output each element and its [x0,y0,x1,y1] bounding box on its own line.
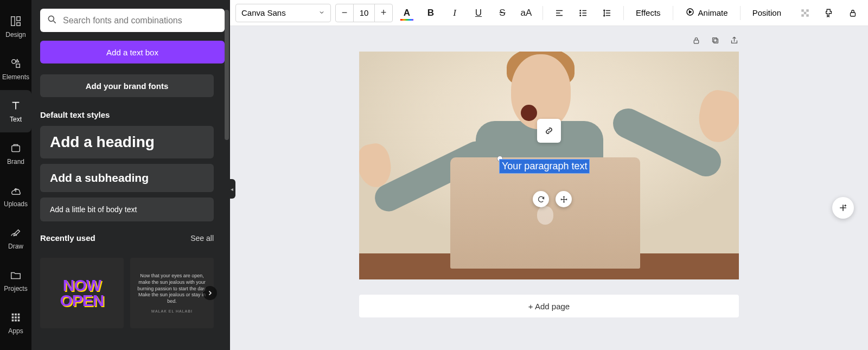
rail-label: Apps [8,327,23,335]
list-button[interactable] [573,4,593,22]
add-body-text-button[interactable]: Add a little bit of body text [40,198,214,221]
rail-uploads[interactable]: Uploads [0,175,31,217]
uploads-icon [9,184,22,197]
spacing-button[interactable] [597,4,617,22]
rail-projects[interactable]: Projects [0,259,31,302]
font-size-group: − 10 + [335,4,393,22]
divider [623,6,624,20]
svg-rect-10 [15,316,17,319]
svg-rect-6 [12,314,14,316]
divider [740,6,741,20]
font-size-decrease[interactable]: − [336,4,353,22]
rail-apps[interactable]: Apps [0,302,31,344]
rail-design[interactable]: Design [0,5,31,48]
copy-style-button[interactable] [819,4,839,22]
add-heading-button[interactable]: Add a heading [40,126,214,158]
rail-label: Draw [8,243,23,250]
share-page-icon[interactable] [730,36,739,47]
position-button[interactable]: Position [747,4,787,22]
rail-label: Projects [4,285,27,292]
svg-rect-1 [17,17,20,21]
add-text-box-button[interactable]: Add a text box [40,41,225,63]
font-search[interactable] [40,9,225,32]
svg-point-17 [580,12,581,14]
strikethrough-button[interactable]: S [493,4,512,22]
add-brand-fonts-button[interactable]: Add your brand fonts [40,74,214,97]
rail-label: Design [5,31,25,39]
svg-rect-27 [714,39,718,43]
rail-label: Text [10,116,22,123]
svg-rect-7 [15,314,17,316]
elements-icon [9,57,22,70]
left-rail: Design Elements Text Brand Uploads Draw … [0,0,31,350]
add-subheading-button[interactable]: Add a subheading [40,164,214,192]
svg-rect-4 [16,64,20,67]
panel-scrollbar[interactable] [225,10,229,140]
effects-button[interactable]: Effects [630,4,666,22]
font-size-value[interactable]: 10 [353,4,375,22]
projects-icon [9,269,22,282]
rail-elements[interactable]: Elements [0,48,31,90]
svg-rect-26 [694,40,699,43]
add-page-button[interactable]: + Add page [359,295,739,317]
font-size-increase[interactable]: + [375,4,392,22]
sync-button[interactable] [533,191,549,207]
magic-fab[interactable] [832,197,854,219]
rail-label: Elements [2,73,29,81]
svg-rect-11 [18,316,20,319]
link-button[interactable] [537,119,561,143]
recent-thumb-now-open[interactable]: NOWOPEN [40,258,124,328]
transparency-button[interactable] [795,4,815,22]
text-color-button[interactable]: A [397,4,417,22]
svg-rect-2 [17,23,20,26]
animate-button[interactable]: Animate [680,4,733,22]
rail-text[interactable]: Text [0,90,31,132]
floating-actions [533,191,572,207]
side-panel: Add a text box Add your brand fonts Defa… [31,0,230,350]
recent-thumb-quote[interactable]: Now that your eyes are open, make the su… [130,258,214,328]
underline-button[interactable]: U [469,4,488,22]
svg-rect-28 [713,38,717,42]
brand-icon [9,142,22,155]
svg-rect-21 [806,9,809,12]
rail-label: Uploads [4,200,28,208]
rail-brand[interactable]: Brand [0,132,31,175]
svg-rect-23 [801,14,804,17]
apps-icon [9,311,22,324]
bold-button[interactable]: B [421,4,441,22]
search-icon [47,14,58,27]
svg-rect-20 [801,9,804,12]
italic-button[interactable]: I [445,4,464,22]
recent-next-button[interactable] [203,286,217,300]
rail-draw[interactable]: Draw [0,217,31,259]
alignment-button[interactable] [550,4,569,22]
svg-rect-14 [18,320,20,322]
search-input[interactable] [63,16,218,26]
rail-label: Brand [7,158,24,166]
text-toolbar: Canva Sans − 10 + A B I U S aA Effects A… [230,0,868,26]
text-icon [9,99,22,112]
move-button[interactable] [556,191,572,207]
font-family-select[interactable]: Canva Sans [235,4,331,22]
page-controls [359,36,739,47]
canvas-wrap: Your paragraph text + Add page [230,26,868,350]
recent-thumbnails: NOWOPEN Now that your eyes are open, mak… [40,258,214,328]
svg-rect-24 [806,14,809,17]
svg-point-18 [580,15,581,16]
svg-point-16 [580,10,581,11]
apple-logo-icon [537,206,553,225]
page-lock-icon[interactable] [692,36,701,47]
text-element[interactable]: Your paragraph text [500,160,589,173]
svg-point-3 [12,60,16,63]
svg-point-15 [48,16,54,21]
design-canvas[interactable]: Your paragraph text [359,52,739,279]
svg-rect-9 [12,316,14,319]
divider [673,6,673,20]
see-all-link[interactable]: See all [190,234,214,243]
chevron-down-icon [318,8,325,17]
uppercase-button[interactable]: aA [516,4,536,22]
draw-icon [9,226,22,239]
svg-rect-12 [12,320,14,322]
duplicate-page-icon[interactable] [711,36,720,47]
lock-button[interactable] [843,4,863,22]
